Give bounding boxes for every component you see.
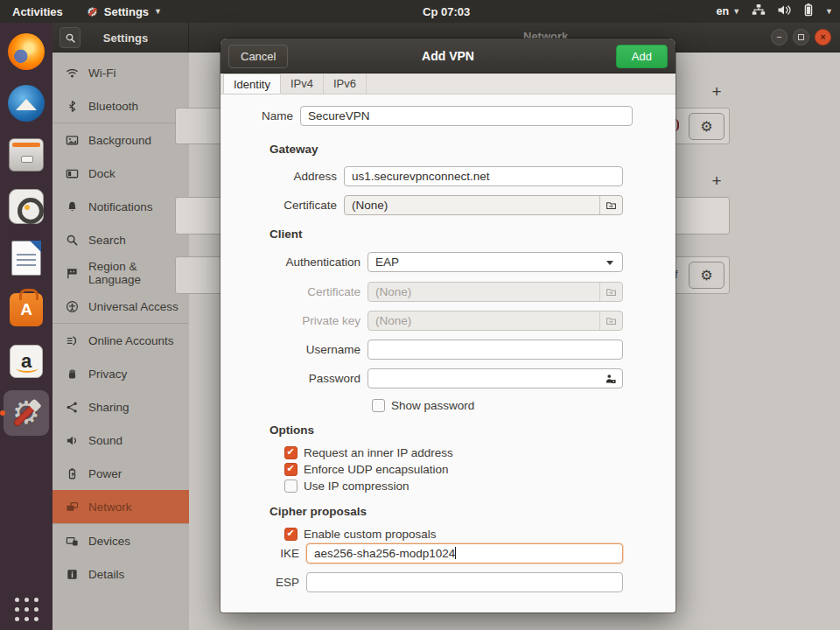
text-cursor — [455, 547, 456, 559]
tab-identity[interactable]: Identity — [223, 74, 281, 94]
sidebar-item-region-language[interactable]: Region & Language — [52, 256, 189, 290]
file-chooser-icon — [599, 283, 622, 301]
amazon-icon: a — [10, 345, 43, 378]
options-heading: Options — [270, 424, 314, 437]
dock-item-rhythmbox[interactable] — [4, 184, 49, 229]
dock-item-libreoffice-writer[interactable] — [4, 235, 49, 281]
file-chooser-icon — [599, 312, 622, 330]
connection-settings-button[interactable]: ⚙ — [689, 113, 724, 140]
ike-input[interactable]: aes256-sha256-modp1024 — [306, 543, 623, 564]
show-applications-grid-icon — [15, 598, 38, 621]
dock-item-show-applications[interactable] — [0, 598, 52, 621]
ip-compression-checkbox[interactable]: Use IP compression — [284, 479, 410, 493]
dock-item-ubuntu-software[interactable]: A — [4, 287, 49, 332]
checkbox-label: Use IP compression — [304, 480, 410, 493]
dock-item-thunderbird[interactable] — [4, 80, 49, 126]
show-password-label: Show password — [391, 399, 474, 412]
wifi-icon — [66, 66, 79, 80]
system-menu-chevron-icon[interactable]: ▼ — [825, 7, 833, 16]
sidebar-item-label: Online Accounts — [88, 334, 174, 347]
sidebar-item-sharing[interactable]: Sharing — [52, 390, 189, 424]
add-vpn-dialog: Cancel Add VPN Add Identity IPv4 IPv6 Na… — [220, 38, 676, 612]
sidebar-item-label: Universal Access — [88, 300, 178, 313]
cipher-proposals-heading: Cipher proposals — [270, 505, 367, 518]
dock-icon — [66, 167, 79, 180]
info-icon — [66, 568, 79, 581]
checkbox-icon — [372, 399, 385, 412]
sidebar-item-online-accounts[interactable]: Online Accounts — [52, 324, 189, 357]
sidebar-item-label: Region & Language — [88, 260, 189, 286]
request-inner-ip-checkbox[interactable]: Request an inner IP address — [284, 445, 453, 459]
maximize-button[interactable] — [793, 29, 809, 46]
app-menu[interactable]: ⚙ Settings ▼ — [82, 0, 165, 23]
add-vpn-button[interactable]: + — [709, 173, 724, 189]
gateway-certificate-label: Certificate — [220, 199, 344, 212]
flag-icon — [66, 267, 79, 280]
proxy-settings-button[interactable]: ⚙ — [689, 262, 724, 289]
username-input[interactable] — [368, 340, 623, 360]
esp-input[interactable] — [306, 572, 623, 592]
sidebar-item-dock[interactable]: Dock — [52, 157, 189, 190]
keyboard-layout-indicator[interactable]: en▼ — [717, 5, 741, 18]
dock: A a ⚙ — [0, 23, 52, 630]
sidebar-item-search[interactable]: Search — [52, 223, 189, 256]
privacy-hand-icon — [66, 368, 79, 381]
sidebar-item-power[interactable]: Power — [52, 457, 189, 490]
sidebar-item-details[interactable]: Details — [52, 557, 189, 591]
network-icon[interactable] — [752, 4, 766, 20]
universal-access-icon — [66, 300, 79, 313]
dock-item-files[interactable] — [4, 132, 49, 178]
background-icon — [66, 134, 79, 147]
sidebar-item-wifi[interactable]: Wi-Fi — [52, 56, 189, 89]
sidebar-item-background[interactable]: Background — [52, 123, 189, 157]
settings-sidebar: Wi-Fi Bluetooth Background Dock Notifica… — [52, 52, 189, 630]
battery-icon[interactable] — [803, 3, 814, 20]
password-storage-icon[interactable] — [599, 369, 622, 388]
sidebar-item-network[interactable]: Network — [52, 490, 189, 523]
search-button[interactable] — [60, 27, 80, 48]
minimize-button[interactable]: − — [771, 29, 788, 46]
gateway-certificate-chooser[interactable]: (None) — [344, 195, 623, 215]
checkbox-checked-icon — [284, 528, 298, 541]
sidebar-item-label: Sharing — [88, 401, 130, 414]
dock-item-firefox[interactable] — [4, 29, 49, 74]
bluetooth-icon — [66, 100, 79, 113]
sidebar-item-sound[interactable]: Sound — [52, 424, 189, 457]
tab-ipv6[interactable]: IPv6 — [324, 74, 367, 94]
authentication-label: Authentication — [220, 256, 368, 269]
sidebar-item-notifications[interactable]: Notifications — [52, 190, 189, 223]
dock-item-settings[interactable]: ⚙ — [4, 390, 49, 436]
address-label: Address — [220, 170, 344, 183]
checkbox-label: Enable custom proposals — [304, 528, 437, 541]
enforce-udp-checkbox[interactable]: Enforce UDP encapsulation — [284, 462, 449, 476]
clock[interactable]: Cp 07:03 — [423, 0, 470, 23]
settings-app-icon: ⚙ — [86, 5, 99, 18]
password-input[interactable] — [368, 368, 623, 388]
tab-ipv4[interactable]: IPv4 — [281, 74, 324, 94]
enable-custom-proposals-checkbox[interactable]: Enable custom proposals — [284, 527, 437, 541]
client-certificate-chooser: (None) — [368, 282, 623, 302]
network-screens-icon — [66, 500, 79, 514]
sidebar-item-label: Devices — [88, 535, 130, 548]
add-button[interactable]: Add — [616, 45, 668, 68]
dock-item-amazon[interactable]: a — [4, 339, 49, 384]
password-label: Password — [220, 372, 368, 385]
sidebar-item-label: Sound — [88, 434, 122, 447]
show-password-checkbox[interactable]: Show password — [372, 398, 474, 412]
add-connection-button[interactable]: + — [709, 84, 724, 100]
name-input[interactable]: SecureVPN — [300, 106, 633, 126]
close-button[interactable]: × — [815, 29, 831, 46]
ubuntu-software-icon: A — [10, 293, 43, 326]
sidebar-item-bluetooth[interactable]: Bluetooth — [52, 89, 189, 122]
volume-icon[interactable] — [777, 4, 792, 20]
desktop: Activities ⚙ Settings ▼ Cp 07:03 en▼ ▼ — [0, 0, 840, 630]
battery-bolt-icon — [66, 467, 79, 480]
activities-button[interactable]: Activities — [9, 0, 66, 23]
sidebar-item-universal-access[interactable]: Universal Access — [52, 290, 189, 323]
checkbox-checked-icon — [284, 446, 298, 459]
address-input[interactable]: us1.securevpnconnect.net — [344, 166, 623, 186]
sidebar-item-privacy[interactable]: Privacy — [52, 357, 189, 390]
sidebar-item-devices[interactable]: Devices — [52, 524, 189, 557]
authentication-dropdown[interactable]: EAP — [368, 252, 623, 272]
checkbox-icon — [284, 480, 298, 493]
